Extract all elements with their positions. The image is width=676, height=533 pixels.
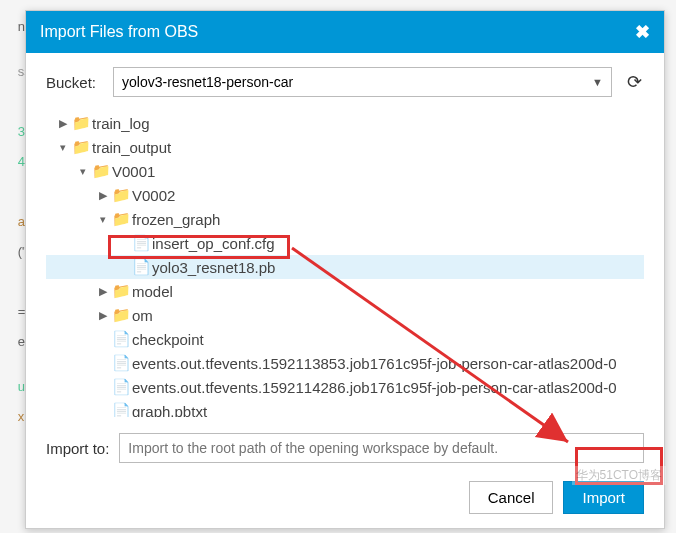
- folder-icon: 📁: [92, 162, 110, 180]
- tree-node-v0001[interactable]: ▾📁V0001: [46, 159, 644, 183]
- file-icon: 📄: [132, 234, 150, 252]
- watermark: 华为51CTO博客: [572, 466, 666, 485]
- code-background: np ss 35 40 at (" = en ud xi: [0, 0, 25, 533]
- tree-node-train-output[interactable]: ▾📁train_output: [46, 135, 644, 159]
- bucket-label: Bucket:: [46, 74, 101, 91]
- dialog-footer: Cancel Import: [26, 471, 664, 528]
- file-icon: 📄: [112, 354, 130, 372]
- close-icon[interactable]: ✖: [635, 21, 650, 43]
- folder-icon: 📁: [112, 306, 130, 324]
- tree-node-yolo-pb[interactable]: 📄yolo3_resnet18.pb: [46, 255, 644, 279]
- tree-node-events1[interactable]: 📄events.out.tfevents.1592113853.job1761c…: [46, 351, 644, 375]
- import-button[interactable]: Import: [563, 481, 644, 514]
- tree-node-v0002[interactable]: ▶📁V0002: [46, 183, 644, 207]
- file-icon: 📄: [112, 330, 130, 348]
- import-dialog: Import Files from OBS ✖ Bucket: yolov3-r…: [25, 10, 665, 529]
- import-to-label: Import to:: [46, 440, 109, 457]
- folder-icon: 📁: [72, 114, 90, 132]
- tree-node-frozen-graph[interactable]: ▾📁frozen_graph: [46, 207, 644, 231]
- tree-node-insert-op[interactable]: 📄insert_op_conf.cfg: [46, 231, 644, 255]
- dialog-body: Bucket: yolov3-resnet18-person-car ▼ ⟳ ▶…: [26, 53, 664, 425]
- tree-node-train-log[interactable]: ▶📁train_log: [46, 111, 644, 135]
- cancel-button[interactable]: Cancel: [469, 481, 554, 514]
- dialog-header: Import Files from OBS ✖: [26, 11, 664, 53]
- file-tree: ▶📁train_log ▾📁train_output ▾📁V0001 ▶📁V00…: [46, 107, 644, 417]
- file-icon: 📄: [112, 402, 130, 417]
- dialog-title: Import Files from OBS: [40, 23, 198, 41]
- tree-node-model[interactable]: ▶📁model: [46, 279, 644, 303]
- refresh-icon[interactable]: ⟳: [624, 72, 644, 92]
- tree-node-graph-pbtxt[interactable]: 📄graph.pbtxt: [46, 399, 644, 417]
- folder-icon: 📁: [112, 186, 130, 204]
- file-icon: 📄: [112, 378, 130, 396]
- folder-icon: 📁: [112, 282, 130, 300]
- tree-node-events2[interactable]: 📄events.out.tfevents.1592114286.job1761c…: [46, 375, 644, 399]
- bucket-select[interactable]: yolov3-resnet18-person-car ▼: [113, 67, 612, 97]
- folder-icon: 📁: [72, 138, 90, 156]
- chevron-down-icon: ▼: [592, 76, 603, 88]
- bucket-value: yolov3-resnet18-person-car: [122, 74, 293, 90]
- tree-node-om[interactable]: ▶📁om: [46, 303, 644, 327]
- tree-node-checkpoint[interactable]: 📄checkpoint: [46, 327, 644, 351]
- folder-icon: 📁: [112, 210, 130, 228]
- import-to-input[interactable]: [119, 433, 644, 463]
- file-icon: 📄: [132, 258, 150, 276]
